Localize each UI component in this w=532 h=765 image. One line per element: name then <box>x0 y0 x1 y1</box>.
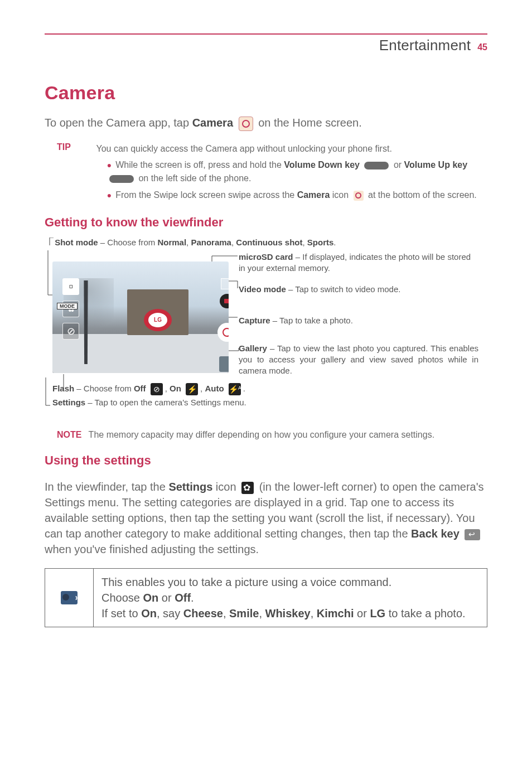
videomode-label: Video mode <box>239 284 286 294</box>
tip1-b: on the left side of the phone. <box>138 173 251 183</box>
gallery-desc: – Tap to view the last photo you capture… <box>239 343 478 376</box>
tip1-or: or <box>394 160 404 170</box>
microsd-label: microSD card <box>239 252 293 262</box>
callout-gallery: Gallery – Tap to view the last photo you… <box>239 343 478 377</box>
cheese-or: or <box>158 592 175 604</box>
back-key-label: Back key <box>411 527 460 540</box>
us-c: when you've finished adjusting the setti… <box>45 543 259 555</box>
cheese-on: On <box>143 592 159 604</box>
flash-off: Off <box>134 384 146 393</box>
cheese-line3a: If set to <box>101 607 141 619</box>
flash-button[interactable] <box>62 323 79 340</box>
mode-button[interactable]: ◻ <box>62 278 79 295</box>
tip-block: TIP You can quickly access the Camera ap… <box>57 142 487 202</box>
cheese-line1: This enables you to take a picture using… <box>101 576 391 588</box>
cheese-line3b: to take a photo. <box>385 607 465 619</box>
intro-text: To open the Camera app, tap Camera on th… <box>45 115 487 131</box>
flash-desc: – Choose from <box>74 384 134 393</box>
tip-bullet-2: • From the Swipe lock screen swipe acros… <box>107 188 487 202</box>
bullet-dot-icon: • <box>107 188 112 202</box>
capture-desc: – Tap to take a photo. <box>270 316 353 325</box>
back-key-icon <box>465 529 480 540</box>
tip-bullet-1: • While the screen is off, press and hol… <box>107 158 487 185</box>
note-text: The memory capacity may differ depending… <box>89 430 434 439</box>
video-mode-button[interactable] <box>220 294 229 308</box>
volume-up-key-label: Volume Up key <box>404 160 468 170</box>
cheese-or2: or <box>354 607 370 619</box>
tip2-iconword: icon <box>332 190 351 200</box>
settings-desc: – Tap to open the camera's Settings menu… <box>85 398 246 407</box>
shotmode-label: Shot mode <box>55 238 98 247</box>
cheese-line2b: . <box>191 592 194 604</box>
settings-gear-icon <box>241 482 254 494</box>
us-iconword: icon <box>216 481 239 493</box>
cheese-say: , say <box>157 607 183 619</box>
videomode-desc: – Tap to switch to video mode. <box>286 284 401 294</box>
volume-down-key-label: Volume Down key <box>284 160 360 170</box>
viewfinder-preview: LG ◻ MODE <box>52 262 229 373</box>
capture-button[interactable] <box>217 323 229 342</box>
tip1-a: While the screen is off, press and hold … <box>115 160 284 170</box>
us-settings-bold: Settings <box>168 481 212 493</box>
flash-label: Flash <box>52 384 74 393</box>
viewfinder-heading: Getting to know the viewfinder <box>45 215 487 230</box>
callout-shotmode: Shot mode – Choose from Normal, Panorama… <box>45 238 487 247</box>
intro-pre: To open the Camera app, tap <box>45 117 192 129</box>
flash-auto: Auto <box>205 384 224 393</box>
cheese-w2: Smile <box>229 607 259 619</box>
volume-up-key-icon <box>109 175 134 183</box>
voice-shutter-icon <box>61 591 78 604</box>
tip-label: TIP <box>57 142 94 152</box>
callout-videomode: Video mode – Tap to switch to video mode… <box>239 284 478 295</box>
note-label: NOTE <box>57 430 81 439</box>
capture-label: Capture <box>239 316 270 325</box>
billboard-logo: LG <box>148 313 167 327</box>
page-title: Camera <box>45 82 487 104</box>
camera-lock-icon <box>354 191 364 201</box>
gallery-label: Gallery <box>239 343 267 353</box>
cheese-w3: Whiskey <box>265 607 311 619</box>
flash-on: On <box>170 384 181 393</box>
viewfinder-diagram: LG ◻ MODE microSD card – If displayed, i… <box>45 250 485 418</box>
page-number: 45 <box>477 42 487 52</box>
settings-label: Settings <box>52 398 85 407</box>
gallery-thumbnail[interactable] <box>219 356 229 372</box>
callout-microsd: microSD card – If displayed, indicates t… <box>239 251 478 274</box>
callout-capture: Capture – Tap to take a photo. <box>239 315 478 326</box>
shotmode-opt2: Panorama <box>191 238 231 247</box>
flash-auto-icon: ⚡ᴬ <box>229 383 241 395</box>
using-settings-heading: Using the settings <box>45 453 487 468</box>
shotmode-opt3: Continuous shot <box>236 238 302 247</box>
tip2-b: at the bottom of the screen. <box>368 190 477 200</box>
callout-settings: Settings – Tap to open the camera's Sett… <box>52 398 246 407</box>
camera-app-icon <box>239 117 253 131</box>
section-title: Entertainment <box>379 37 471 54</box>
tip-intro: You can quickly access the Camera app wi… <box>96 142 475 155</box>
cheese-line2a: Choose <box>101 592 143 604</box>
cheese-w1: Cheese <box>183 607 223 619</box>
using-settings-para: In the viewfinder, tap the Settings icon… <box>45 479 487 557</box>
note-block: NOTE The memory capacity may differ depe… <box>57 430 487 440</box>
intro-post: on the Home screen. <box>258 117 362 129</box>
shotmode-desc: – Choose from <box>98 238 158 247</box>
callout-flash: Flash – Choose from Off ⊘, On ⚡, Auto ⚡ᴬ… <box>52 383 246 395</box>
cheese-w4: Kimchi <box>317 607 354 619</box>
tip2-camera-bold: Camera <box>297 190 330 200</box>
cheese-on2: On <box>141 607 157 619</box>
page-header: Entertainment 45 <box>45 37 487 54</box>
shotmode-opt4: Sports <box>307 238 334 247</box>
flash-off-icon: ⊘ <box>151 383 163 395</box>
bullet-dot-icon: • <box>107 158 112 172</box>
cheese-w5: LG <box>370 607 385 619</box>
us-a: In the viewfinder, tap the <box>45 481 168 493</box>
cheese-off: Off <box>175 592 191 604</box>
flash-on-icon: ⚡ <box>186 383 198 395</box>
cheese-shot-desc-cell: This enables you to take a picture using… <box>94 568 487 627</box>
volume-down-key-icon <box>364 162 389 170</box>
mode-badge: MODE <box>57 303 78 309</box>
cheese-shot-icon-cell <box>45 568 94 627</box>
microsd-indicator <box>221 278 229 289</box>
shotmode-opt1: Normal <box>157 238 186 247</box>
intro-camera-bold: Camera <box>192 117 233 129</box>
tip2-a: From the Swipe lock screen swipe across … <box>115 190 297 200</box>
